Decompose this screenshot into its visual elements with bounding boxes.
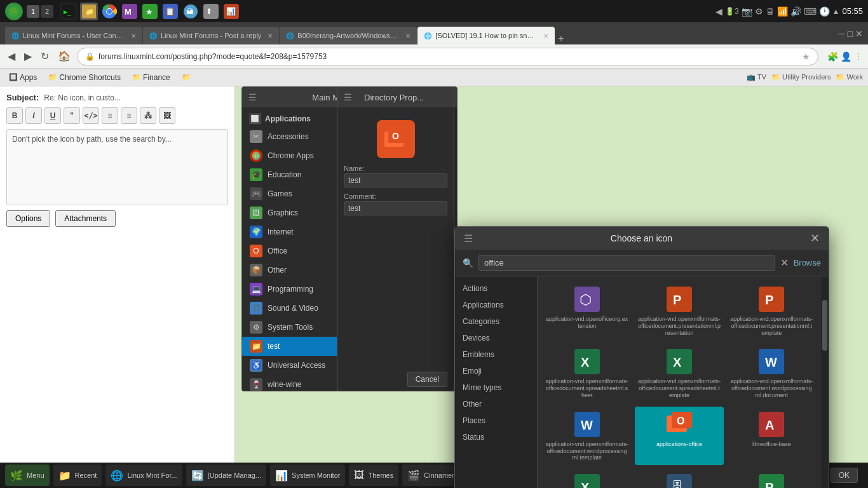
keyboard-tray[interactable]: ⌨ <box>804 6 817 17</box>
icon-cell-9[interactable]: X libreoffice-calc <box>543 469 631 488</box>
work-folder[interactable]: 📁 Work <box>836 73 863 81</box>
back-button[interactable]: ◀ <box>5 48 18 65</box>
home-button[interactable]: 🏠 <box>55 48 73 65</box>
special-button[interactable]: ⁂ <box>140 107 156 124</box>
nemo-icon[interactable]: 📁 <box>80 3 98 20</box>
bookmark-chrome-shortcuts[interactable]: 📁 Chrome Shortcuts <box>44 72 125 83</box>
cat-devices[interactable]: Devices <box>455 330 537 346</box>
tab-2-close[interactable]: ✕ <box>268 32 273 39</box>
tb-menu[interactable]: 🌿 Menu <box>5 464 50 486</box>
tb-sysmon[interactable]: 📊 System Monitor <box>270 464 345 486</box>
ok-button[interactable]: OK <box>831 468 858 483</box>
tab-1[interactable]: 🌐 Linux Mint Forums - User Contro... ✕ <box>5 27 142 44</box>
maximize-browser[interactable]: □ <box>848 29 853 39</box>
sound-tray[interactable]: 🔊 <box>790 6 801 17</box>
code-button[interactable]: </> <box>83 107 99 124</box>
cat-emoji[interactable]: Emoji <box>455 363 537 379</box>
cat-places[interactable]: Places <box>455 412 537 429</box>
name-input[interactable] <box>344 173 447 187</box>
chrome-icon[interactable] <box>100 3 118 20</box>
address-bar[interactable]: 🔒 forums.linuxmint.com/posting.php?mode=… <box>77 48 818 65</box>
icon-cell-4[interactable]: X application-vnd.openxmlformats-officed… <box>635 344 723 402</box>
cat-actions[interactable]: Actions <box>455 280 537 297</box>
icon-cell-3[interactable]: X application-vnd.openxmlformats-officed… <box>543 344 631 402</box>
minimize-browser[interactable]: ─ <box>839 29 845 39</box>
italic-button[interactable]: I <box>25 107 42 124</box>
mx-icon[interactable]: M <box>121 3 139 20</box>
icon-dialog-hamburger[interactable]: ☰ <box>464 233 473 245</box>
icon-cell-0[interactable]: ⬡ application-vnd.openofficeorg.extensio… <box>543 281 631 340</box>
new-tab-button[interactable]: + <box>558 33 564 44</box>
bookmarks-icon[interactable]: ★ <box>141 3 159 20</box>
underline-button[interactable]: U <box>44 107 61 124</box>
tab-4[interactable]: 🌐 [SOLVED] 19.1 How to pin snapp... ✕ <box>417 27 555 44</box>
close-browser[interactable]: ✕ <box>855 29 863 39</box>
image-button[interactable]: 🖼 <box>159 107 175 124</box>
tab-3-close[interactable]: ✕ <box>405 32 410 39</box>
tb-update[interactable]: 🔄 [Update Manag... <box>186 464 266 486</box>
back-btn[interactable]: ◀ <box>715 6 722 17</box>
tb-recent[interactable]: 📁 Recent <box>53 464 102 486</box>
comment-input[interactable] <box>344 201 447 215</box>
attachments-button[interactable]: Attachments <box>55 210 116 227</box>
update-icon[interactable]: ⬆ <box>202 3 220 20</box>
icon-cell-6[interactable]: W application-vnd.openxmlformats-officed… <box>543 407 631 465</box>
monitor-tray[interactable]: 🖥 <box>766 6 775 17</box>
reload-button[interactable]: ↻ <box>38 48 51 65</box>
bookmark-more[interactable]: 📁 <box>178 72 194 83</box>
network-tray[interactable]: 📶 <box>777 6 788 17</box>
icon-search-clear[interactable]: ✕ <box>780 257 789 269</box>
thunar-icon[interactable]: 📋 <box>161 3 179 20</box>
cat-other[interactable]: Other <box>455 396 537 412</box>
dir-prop-hamburger[interactable]: ☰ <box>344 92 352 102</box>
quote-button[interactable]: " <box>64 107 80 124</box>
cat-applications[interactable]: Applications <box>455 297 537 313</box>
cat-categories[interactable]: Categories <box>455 313 537 330</box>
workspace-2[interactable]: 2 <box>41 5 53 18</box>
icon-cell-7[interactable]: O applications-office <box>635 407 723 465</box>
bold-button[interactable]: B <box>6 107 23 124</box>
cat-mime-types[interactable]: Mime types <box>455 379 537 396</box>
tb-themes[interactable]: 🖼 Themes <box>349 464 398 486</box>
tab-1-close[interactable]: ✕ <box>131 32 136 39</box>
tab-3[interactable]: 🌐 B00merang-Artwork/Windows-1... ✕ <box>280 27 417 44</box>
icon-cell-11[interactable]: P libreoffice-draw <box>728 469 816 488</box>
bookmark-apps[interactable]: 🔲 Apps <box>5 72 41 83</box>
icon-cell-10[interactable]: 🗄 libreoffice-database <box>635 469 723 488</box>
menu-button[interactable]: ⋮ <box>854 51 863 62</box>
tab-4-close[interactable]: ✕ <box>543 32 548 39</box>
extensions-button[interactable]: 🧩 <box>827 51 838 62</box>
icon-cell-5[interactable]: W application-vnd.openxmlformats-officed… <box>728 344 816 402</box>
icon-dialog-close[interactable]: ✕ <box>810 231 820 245</box>
tab-2[interactable]: 🌐 Linux Mint Forums - Post a reply ✕ <box>143 27 279 44</box>
icon-cell-8[interactable]: A libreoffice-base <box>728 407 816 465</box>
terminal-icon[interactable]: ▶_ <box>60 3 78 20</box>
menu-hamburger[interactable]: ☰ <box>248 92 257 102</box>
themes-icon[interactable]: 🏔 <box>182 3 200 20</box>
browse-button[interactable]: Browse <box>794 258 821 268</box>
list2-button[interactable]: ≡ <box>121 107 137 124</box>
list-button[interactable]: ≡ <box>102 107 118 124</box>
utility-folder[interactable]: 📁 Utility Providers <box>771 73 831 81</box>
options-button[interactable]: Options <box>6 210 50 227</box>
mint-logo[interactable]: 🌿 <box>5 3 23 20</box>
tb-chrome[interactable]: 🌐 Linux Mint For... <box>105 464 182 486</box>
dir-icon-preview[interactable]: O <box>377 120 415 158</box>
post-content[interactable]: Don't pick the icon by path, use the sea… <box>6 129 228 205</box>
icon-cell-2[interactable]: P application-vnd.openxmlformats-officed… <box>728 281 816 340</box>
bookmark-finance[interactable]: 📁 Finance <box>128 72 174 83</box>
cat-emblems[interactable]: Emblems <box>455 346 537 363</box>
stats-icon[interactable]: 📊 <box>222 3 240 20</box>
forward-button[interactable]: ▶ <box>22 48 34 65</box>
clock-badge[interactable]: 🕐 <box>819 6 830 17</box>
dir-cancel-button[interactable]: Cancel <box>407 372 447 387</box>
icon-cell-1[interactable]: P application-vnd.openxmlformats-officed… <box>635 281 723 340</box>
workspace-1[interactable]: 1 <box>27 5 39 18</box>
icon-search-input[interactable] <box>478 255 775 271</box>
screenshot-tray[interactable]: 📷 <box>742 6 752 17</box>
ntp-icon[interactable]: 📺 TV <box>747 73 766 81</box>
cat-status[interactable]: Status <box>455 429 537 445</box>
profile-button[interactable]: 👤 <box>841 51 851 62</box>
settings-tray[interactable]: ⚙ <box>755 6 763 17</box>
icon-grid-scrollbar[interactable] <box>821 276 829 488</box>
